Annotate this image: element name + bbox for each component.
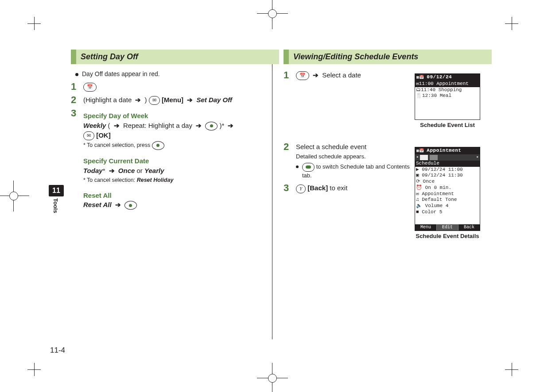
section-heading: Setting Day Off (71, 50, 279, 64)
chapter-tab: 11 (49, 185, 64, 196)
y-key-icon: Y (296, 184, 306, 193)
step-2: 2 (Highlight a date ➔ ) ✉ [Menu] ➔ Set D… (71, 95, 279, 105)
set-day-off-label: Set Day Off (196, 96, 232, 104)
center-key-icon (205, 122, 218, 131)
screenshot-caption: Schedule Event Details (415, 233, 480, 239)
page-number: 11-4 (50, 346, 65, 355)
left-column: Setting Day Off Day Off dates appear in … (71, 50, 279, 213)
step-3: 3 Specify Day of Week Weekly ( ➔ Repeat:… (71, 108, 279, 210)
schedule-event-list-screenshot: ▦📅 09/12/24 ✉11:00 Appointment 🗂11:40 Sh… (415, 73, 480, 128)
center-key-icon (124, 201, 137, 210)
section-heading: Viewing/Editing Schedule Events (284, 50, 492, 64)
step-3: 3 Y [Back] to exit (284, 183, 412, 193)
calendar-key-icon: 📅 (83, 83, 97, 92)
intro-bullet: Day Off dates appear in red. (75, 70, 279, 77)
left-right-key-icon (302, 163, 315, 172)
schedule-event-details-screenshot: ▦📅 Appointment ◂ ▸ Schedule ▶ 09/12/24 1… (415, 147, 480, 239)
mail-key-icon: ✉ (83, 131, 94, 140)
right-column: Viewing/Editing Schedule Events 1 📅 ➔ Se… (284, 50, 492, 197)
screenshot-caption: Schedule Event List (415, 122, 480, 128)
chapter-number: 11 (52, 187, 60, 194)
chapter-label: Tools (52, 198, 59, 213)
menu-label: [Menu] (162, 96, 183, 104)
intro-text: Day Off dates appear in red. (82, 70, 160, 77)
calendar-key-icon: 📅 (296, 71, 309, 80)
step-2: 2 Select a schedule event Detailed sched… (284, 142, 412, 180)
ok-label: [OK] (96, 131, 111, 139)
back-label: [Back] (307, 184, 328, 192)
center-key-icon (152, 141, 164, 150)
step-1: 1 📅 ➔ Select a date (284, 70, 412, 80)
heading-title: Viewing/Editing Schedule Events (289, 50, 492, 64)
step-1: 1 📅 (71, 82, 279, 92)
heading-title: Setting Day Off (76, 50, 279, 64)
reset-all-heading: Reset All (83, 191, 279, 200)
specify-current-date-heading: Specify Current Date (83, 156, 279, 166)
specify-day-of-week-heading: Specify Day of Week (83, 111, 279, 121)
mail-key-icon: ✉ (149, 96, 160, 105)
